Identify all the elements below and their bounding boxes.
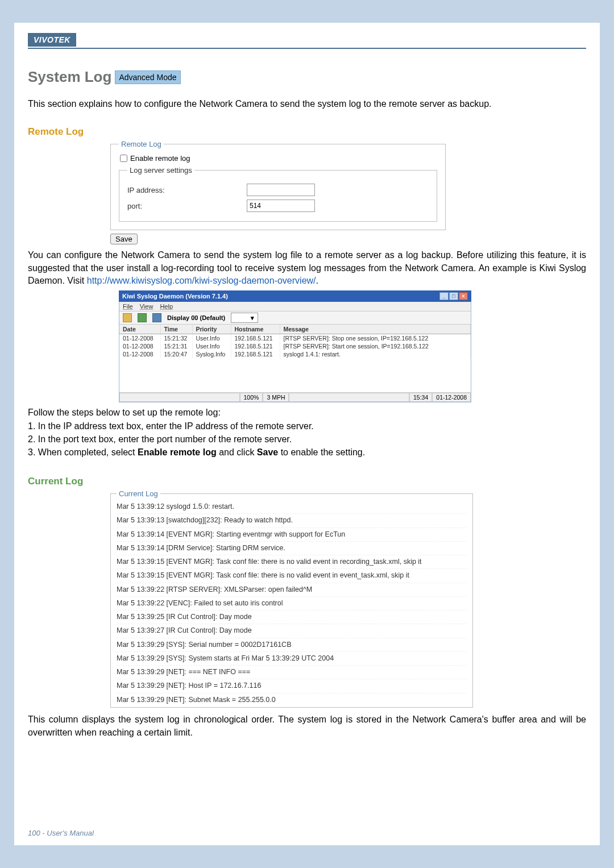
log-line: Mar 5 13:39:27 [IR Cut Control]: Day mod… bbox=[117, 624, 467, 638]
enable-remote-log-checkbox[interactable] bbox=[120, 155, 127, 162]
current-log-viewer[interactable]: Mar 5 13:39:12 syslogd 1.5.0: restart.Ma… bbox=[117, 500, 471, 705]
page-number: 100 - User's Manual bbox=[28, 829, 94, 837]
port-input[interactable] bbox=[247, 200, 315, 212]
log-server-legend: Log server settings bbox=[127, 166, 194, 175]
log-line: Mar 5 13:39:22 [VENC]: Failed to set aut… bbox=[117, 597, 467, 610]
display-label: Display 00 (Default) bbox=[167, 314, 225, 321]
log-line: Mar 5 13:39:13 [swatchdog][232]: Ready t… bbox=[117, 514, 467, 528]
column-header[interactable]: Time bbox=[160, 325, 192, 334]
status-percent: 100% bbox=[240, 393, 263, 402]
title-text: System Log bbox=[28, 68, 111, 86]
log-line: Mar 5 13:39:25 [IR Cut Control]: Day mod… bbox=[117, 610, 467, 624]
table-row[interactable]: 01-12-200815:21:31User.Info192.168.5.121… bbox=[119, 342, 471, 350]
log-line: Mar 5 13:39:14 [DRM Service]: Starting D… bbox=[117, 542, 467, 555]
column-header[interactable]: Hostname bbox=[231, 325, 280, 334]
remote-log-heading: Remote Log bbox=[28, 126, 586, 138]
toolbar-icon-1[interactable] bbox=[123, 313, 132, 322]
save-button[interactable]: Save bbox=[110, 234, 138, 244]
display-dropdown[interactable]: ▾ bbox=[231, 313, 258, 323]
menu-help[interactable]: Help bbox=[160, 303, 173, 310]
log-line: Mar 5 13:39:29 [NET]: Subnet Mask = 255.… bbox=[117, 693, 467, 705]
menu-view[interactable]: View bbox=[140, 303, 154, 310]
enable-remote-log-label: Enable remote log bbox=[130, 154, 190, 163]
menu-file[interactable]: File bbox=[123, 303, 133, 310]
ip-address-label: IP address: bbox=[127, 186, 247, 194]
column-header[interactable]: Message bbox=[280, 325, 471, 334]
log-line: Mar 5 13:39:29 [NET]: === NET INFO === bbox=[117, 666, 467, 679]
toolbar-icon-3[interactable] bbox=[152, 313, 161, 322]
log-line: Mar 5 13:39:29 [SYS]: Serial number = 00… bbox=[117, 638, 467, 652]
mode-badge: Advanced Mode bbox=[115, 70, 180, 84]
table-row[interactable]: 01-12-200815:20:47Syslog.Info192.168.5.1… bbox=[119, 350, 471, 358]
minimize-icon[interactable]: _ bbox=[439, 292, 449, 300]
intro-text: This section explains how to configure t… bbox=[28, 97, 586, 110]
log-line: Mar 5 13:39:29 [SYS]: System starts at F… bbox=[117, 652, 467, 666]
status-mph: 3 MPH bbox=[263, 393, 289, 402]
remote-log-description: You can configure the Network Camera to … bbox=[28, 249, 586, 287]
maximize-icon[interactable]: □ bbox=[449, 292, 458, 300]
remote-log-steps: Follow the steps below to set up the rem… bbox=[28, 406, 586, 459]
kiwi-status-bar: 100% 3 MPH 15:34 01-12-2008 bbox=[119, 393, 471, 402]
status-time: 15:34 bbox=[409, 393, 432, 402]
log-server-fieldset: Log server settings IP address: port: bbox=[119, 166, 437, 222]
remote-log-legend: Remote Log bbox=[119, 140, 164, 148]
kiwi-title-text: Kiwi Syslog Daemon (Version 7.1.4) bbox=[122, 293, 228, 300]
log-line: Mar 5 13:39:12 syslogd 1.5.0: restart. bbox=[117, 500, 467, 514]
chevron-down-icon: ▾ bbox=[251, 314, 254, 322]
kiwi-log-grid[interactable]: DateTimePriorityHostnameMessage 01-12-20… bbox=[119, 325, 471, 393]
kiwi-link[interactable]: http://www.kiwisyslog.com/kiwi-syslog-da… bbox=[87, 276, 316, 285]
remote-log-fieldset: Remote Log Enable remote log Log server … bbox=[110, 140, 446, 230]
current-log-heading: Current Log bbox=[28, 476, 586, 487]
close-icon[interactable]: × bbox=[459, 292, 468, 300]
current-log-fieldset: Current Log Mar 5 13:39:12 syslogd 1.5.0… bbox=[110, 489, 473, 708]
status-date: 01-12-2008 bbox=[432, 393, 471, 402]
page-title: System Log Advanced Mode bbox=[28, 68, 586, 86]
kiwi-menu-bar: File View Help bbox=[119, 302, 471, 311]
current-log-legend: Current Log bbox=[117, 489, 160, 498]
column-header[interactable]: Date bbox=[119, 325, 160, 334]
ip-address-input[interactable] bbox=[247, 184, 315, 196]
column-header[interactable]: Priority bbox=[192, 325, 231, 334]
log-line: Mar 5 13:39:15 [EVENT MGR]: Task conf fi… bbox=[117, 555, 467, 569]
current-log-description: This column displays the system log in c… bbox=[28, 713, 586, 739]
toolbar-icon-2[interactable] bbox=[138, 313, 147, 322]
brand-label: VIVOTEK bbox=[28, 33, 76, 47]
log-line: Mar 5 13:39:14 [EVENT MGR]: Starting eve… bbox=[117, 528, 467, 542]
kiwi-window: Kiwi Syslog Daemon (Version 7.1.4) _ □ ×… bbox=[119, 290, 471, 402]
port-label: port: bbox=[127, 202, 247, 210]
log-line: Mar 5 13:39:15 [EVENT MGR]: Task conf fi… bbox=[117, 569, 467, 583]
log-line: Mar 5 13:39:22 [RTSP SERVER]: XMLSParser… bbox=[117, 583, 467, 597]
log-line: Mar 5 13:39:29 [NET]: Host IP = 172.16.7… bbox=[117, 679, 467, 693]
table-row[interactable]: 01-12-200815:21:32User.Info192.168.5.121… bbox=[119, 334, 471, 343]
